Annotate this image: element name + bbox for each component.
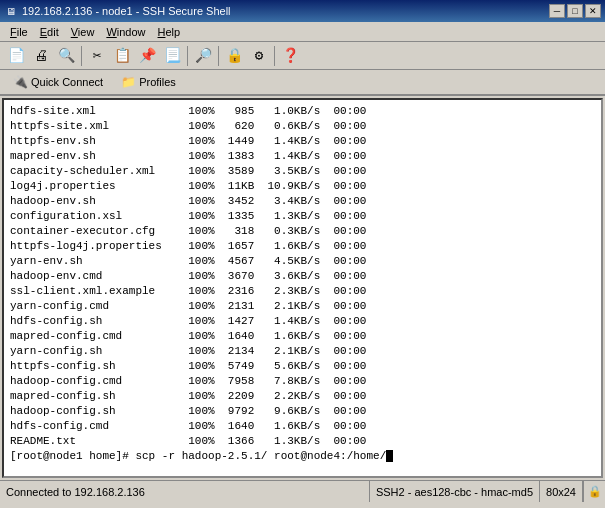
table-row: httpfs-log4j.properties 100% 1657 1.6KB/…	[10, 239, 595, 254]
table-row: yarn-config.cmd 100% 2131 2.1KB/s 00:00	[10, 299, 595, 314]
menu-window[interactable]: Window	[100, 24, 151, 40]
table-row: hadoop-env.cmd 100% 3670 3.6KB/s 00:00	[10, 269, 595, 284]
menu-help[interactable]: Help	[152, 24, 187, 40]
quick-connect-icon: 🔌	[13, 75, 28, 89]
tb-copy[interactable]: 📋	[110, 45, 134, 67]
profiles-label: Profiles	[139, 76, 176, 88]
tb-print[interactable]: 🖨	[29, 45, 53, 67]
tb-sep3	[218, 46, 219, 66]
profiles-icon: 📁	[121, 75, 136, 89]
terminal-cursor	[386, 450, 393, 462]
profiles-button[interactable]: 📁 Profiles	[114, 72, 183, 92]
table-row: log4j.properties 100% 11KB 10.9KB/s 00:0…	[10, 179, 595, 194]
table-row: hdfs-config.cmd 100% 1640 1.6KB/s 00:00	[10, 419, 595, 434]
table-row: hadoop-env.sh 100% 3452 3.4KB/s 00:00	[10, 194, 595, 209]
table-row: httpfs-site.xml 100% 620 0.6KB/s 00:00	[10, 119, 595, 134]
status-dimensions: 80x24	[540, 481, 583, 502]
tb-sep2	[187, 46, 188, 66]
title-bar-left: 🖥 192.168.2.136 - node1 - SSH Secure She…	[4, 4, 231, 18]
status-bar: Connected to 192.168.2.136 SSH2 - aes128…	[0, 480, 605, 502]
table-row: hadoop-config.cmd 100% 7958 7.8KB/s 00:0…	[10, 374, 595, 389]
tb-new[interactable]: 📄	[4, 45, 28, 67]
menu-bar: File Edit View Window Help	[0, 22, 605, 42]
table-row: yarn-env.sh 100% 4567 4.5KB/s 00:00	[10, 254, 595, 269]
table-row: httpfs-env.sh 100% 1449 1.4KB/s 00:00	[10, 134, 595, 149]
table-row: hdfs-config.sh 100% 1427 1.4KB/s 00:00	[10, 314, 595, 329]
tb-paste[interactable]: 📌	[135, 45, 159, 67]
tb-sep4	[274, 46, 275, 66]
quick-connect-button[interactable]: 🔌 Quick Connect	[6, 72, 110, 92]
window-title: 192.168.2.136 - node1 - SSH Secure Shell	[22, 5, 231, 17]
table-row: hadoop-config.sh 100% 9792 9.6KB/s 00:00	[10, 404, 595, 419]
table-row: mapred-config.sh 100% 2209 2.2KB/s 00:00	[10, 389, 595, 404]
table-row: mapred-config.cmd 100% 1640 1.6KB/s 00:0…	[10, 329, 595, 344]
status-connection: Connected to 192.168.2.136	[0, 481, 370, 502]
tb-settings[interactable]: ⚙	[247, 45, 271, 67]
command-line: [root@node1 home]# scp -r hadoop-2.5.1/ …	[10, 449, 595, 464]
terminal[interactable]: hdfs-site.xml 100% 985 1.0KB/s 00:00http…	[2, 98, 603, 478]
quick-connect-label: Quick Connect	[31, 76, 103, 88]
app-icon: 🖥	[4, 4, 18, 18]
table-row: httpfs-config.sh 100% 5749 5.6KB/s 00:00	[10, 359, 595, 374]
tb-find[interactable]: 🔍	[54, 45, 78, 67]
menu-view[interactable]: View	[65, 24, 101, 40]
status-encryption: SSH2 - aes128-cbc - hmac-md5	[370, 481, 540, 502]
table-row: mapred-env.sh 100% 1383 1.4KB/s 00:00	[10, 149, 595, 164]
minimize-button[interactable]: ─	[549, 4, 565, 18]
tb-search[interactable]: 🔎	[191, 45, 215, 67]
status-lock-icon: 🔒	[583, 481, 605, 502]
maximize-button[interactable]: □	[567, 4, 583, 18]
table-row: README.txt 100% 1366 1.3KB/s 00:00	[10, 434, 595, 449]
table-row: container-executor.cfg 100% 318 0.3KB/s …	[10, 224, 595, 239]
table-row: yarn-config.sh 100% 2134 2.1KB/s 00:00	[10, 344, 595, 359]
table-row: configuration.xsl 100% 1335 1.3KB/s 00:0…	[10, 209, 595, 224]
tb-cut[interactable]: ✂	[85, 45, 109, 67]
close-button[interactable]: ✕	[585, 4, 601, 18]
table-row: capacity-scheduler.xml 100% 3589 3.5KB/s…	[10, 164, 595, 179]
tb-copy2[interactable]: 📃	[160, 45, 184, 67]
menu-file[interactable]: File	[4, 24, 34, 40]
tb-help[interactable]: ❓	[278, 45, 302, 67]
table-row: ssl-client.xml.example 100% 2316 2.3KB/s…	[10, 284, 595, 299]
tb-sep1	[81, 46, 82, 66]
table-row: hdfs-site.xml 100% 985 1.0KB/s 00:00	[10, 104, 595, 119]
toolbar: 📄 🖨 🔍 ✂ 📋 📌 📃 🔎 🔒 ⚙ ❓	[0, 42, 605, 70]
tb-security[interactable]: 🔒	[222, 45, 246, 67]
title-bar-buttons: ─ □ ✕	[549, 4, 601, 18]
title-bar: 🖥 192.168.2.136 - node1 - SSH Secure She…	[0, 0, 605, 22]
menu-edit[interactable]: Edit	[34, 24, 65, 40]
quickconnect-bar: 🔌 Quick Connect 📁 Profiles	[0, 70, 605, 96]
